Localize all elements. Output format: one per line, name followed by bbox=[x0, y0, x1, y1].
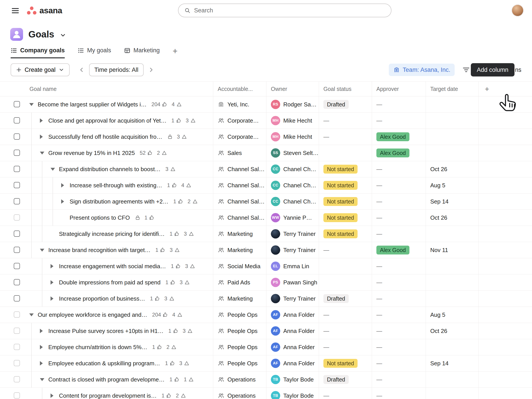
asana-logo[interactable]: asana bbox=[27, 6, 62, 15]
hamburger-menu-icon[interactable] bbox=[11, 6, 20, 15]
accountable-cell[interactable]: Operations bbox=[213, 372, 266, 387]
status-badge[interactable]: Drafted bbox=[323, 294, 349, 303]
subgoal-count[interactable]: 2 bbox=[157, 150, 167, 156]
approver-cell[interactable]: — bbox=[372, 291, 426, 307]
approver-cell[interactable]: — bbox=[372, 355, 426, 371]
owner-cell[interactable]: AFAnna Folder bbox=[266, 323, 319, 339]
date-cell[interactable]: Oct 26 bbox=[426, 210, 478, 226]
date-cell[interactable]: Aug 5 bbox=[426, 177, 478, 193]
accountable-cell[interactable]: Corporate… bbox=[213, 129, 266, 145]
row-checkbox[interactable] bbox=[14, 376, 20, 382]
status-cell[interactable]: — bbox=[319, 323, 372, 339]
status-cell[interactable]: — bbox=[319, 307, 372, 323]
approver-cell[interactable]: — bbox=[372, 339, 426, 355]
tab-my-goals[interactable]: My goals bbox=[78, 47, 111, 58]
table-row[interactable]: Successfully fend off hostile acquisitio… bbox=[0, 129, 532, 145]
caret-right-icon[interactable] bbox=[51, 264, 53, 268]
status-badge[interactable]: Not started bbox=[323, 197, 358, 206]
goal-name[interactable]: Close and get approval for acquisition o… bbox=[48, 117, 166, 124]
row-checkbox[interactable] bbox=[14, 247, 20, 253]
goal-name[interactable]: Increase proportion of business… bbox=[59, 295, 145, 302]
subgoal-count[interactable]: 3 bbox=[165, 166, 176, 172]
goal-name[interactable]: Sign distribution agreements with +2… bbox=[70, 198, 168, 205]
accountable-cell[interactable]: Social Media bbox=[213, 258, 266, 274]
status-badge[interactable]: Drafted bbox=[323, 100, 349, 109]
status-badge[interactable]: Drafted bbox=[323, 375, 349, 384]
status-cell[interactable]: Not started bbox=[319, 177, 372, 193]
search-bar[interactable] bbox=[178, 4, 392, 17]
status-cell[interactable]: — bbox=[319, 388, 372, 399]
caret-down-icon[interactable] bbox=[40, 249, 44, 252]
likes-count[interactable]: 52 bbox=[140, 150, 153, 156]
accountable-cell[interactable]: Marketing bbox=[213, 291, 266, 307]
likes-count[interactable]: 1 bbox=[162, 393, 172, 399]
goal-name[interactable]: Our employee workforce is engaged and… bbox=[38, 311, 147, 318]
caret-down-icon[interactable] bbox=[40, 378, 44, 381]
approver-cell[interactable]: Alex Good bbox=[372, 242, 426, 258]
row-checkbox[interactable] bbox=[14, 133, 20, 140]
subgoal-count[interactable]: 4 bbox=[172, 312, 183, 318]
row-checkbox[interactable] bbox=[14, 214, 20, 221]
date-cell[interactable] bbox=[426, 388, 478, 399]
status-cell[interactable]: Not started bbox=[319, 161, 372, 177]
likes-count[interactable]: 1 bbox=[170, 231, 180, 237]
row-checkbox[interactable] bbox=[14, 311, 20, 318]
table-row[interactable]: Content for program development is…12Ope… bbox=[0, 388, 532, 399]
date-cell[interactable] bbox=[426, 258, 478, 274]
approver-cell[interactable]: — bbox=[372, 161, 426, 177]
caret-down-icon[interactable] bbox=[40, 152, 44, 154]
next-period-button[interactable] bbox=[148, 67, 154, 73]
owner-cell[interactable]: MHMike Hecht bbox=[266, 129, 319, 145]
table-row[interactable]: Increase brand recognition with target…1… bbox=[0, 242, 532, 258]
status-cell[interactable]: — bbox=[319, 129, 372, 145]
table-row[interactable]: Increase Pulse survey scores +10pts in H… bbox=[0, 323, 532, 339]
status-cell[interactable]: Drafted bbox=[319, 372, 372, 387]
table-row[interactable]: Expand distribution channels to boost…3C… bbox=[0, 161, 532, 177]
goal-name[interactable]: Grow revenue by 15% in H1 2025 bbox=[48, 150, 135, 157]
table-row[interactable]: Our employee workforce is engaged and…20… bbox=[0, 307, 532, 323]
status-cell[interactable]: Not started bbox=[319, 355, 372, 371]
status-cell[interactable] bbox=[319, 145, 372, 161]
status-badge[interactable]: Not started bbox=[323, 359, 358, 368]
row-checkbox[interactable] bbox=[14, 117, 20, 123]
date-cell[interactable]: Aug 5 bbox=[426, 307, 478, 323]
likes-count[interactable]: 1 bbox=[155, 247, 165, 253]
date-cell[interactable]: Nov 11 bbox=[426, 242, 478, 258]
goal-name[interactable]: Double impressions from paid ad spend bbox=[59, 279, 160, 286]
owner-cell[interactable]: TBTaylor Bode bbox=[266, 372, 319, 387]
status-cell[interactable]: — bbox=[319, 339, 372, 355]
row-checkbox[interactable] bbox=[14, 198, 20, 204]
approver-cell[interactable]: — bbox=[372, 177, 426, 193]
row-checkbox[interactable] bbox=[14, 166, 20, 172]
date-cell[interactable]: Sep 14 bbox=[426, 355, 478, 371]
likes-count[interactable]: 1 bbox=[167, 182, 177, 188]
caret-right-icon[interactable] bbox=[40, 134, 43, 139]
approver-cell[interactable]: — bbox=[372, 307, 426, 323]
subgoal-count[interactable]: 2 bbox=[166, 344, 177, 350]
row-checkbox[interactable] bbox=[14, 360, 20, 366]
tab-marketing[interactable]: Marketing bbox=[124, 47, 160, 58]
add-tab-button[interactable]: + bbox=[173, 47, 177, 58]
date-cell[interactable] bbox=[426, 129, 478, 145]
approver-cell[interactable]: — bbox=[372, 194, 426, 209]
status-cell[interactable] bbox=[319, 274, 372, 290]
caret-right-icon[interactable] bbox=[40, 329, 43, 333]
date-cell[interactable] bbox=[426, 226, 478, 242]
subgoal-count[interactable]: 3 bbox=[184, 231, 194, 237]
table-row[interactable]: Become the largest supplier of Widgets i… bbox=[0, 96, 532, 113]
goal-name[interactable]: Increase engagement with social media… bbox=[59, 263, 166, 270]
row-checkbox[interactable] bbox=[14, 295, 20, 301]
date-cell[interactable] bbox=[426, 372, 478, 387]
table-row[interactable]: Strategically increase pricing for ident… bbox=[0, 226, 532, 242]
accountable-cell[interactable]: Yeti, Inc. bbox=[213, 96, 266, 112]
subgoal-count[interactable]: 4 bbox=[171, 101, 182, 108]
caret-right-icon[interactable] bbox=[61, 199, 64, 204]
column-header-target-date[interactable]: Target date bbox=[426, 82, 478, 96]
likes-count[interactable]: 1 bbox=[171, 117, 182, 124]
owner-cell[interactable]: Terry Trainer bbox=[266, 226, 319, 242]
likes-count[interactable]: 1 bbox=[170, 376, 180, 383]
goal-name[interactable]: Present options to CFO bbox=[70, 214, 130, 221]
status-cell[interactable]: — bbox=[319, 113, 372, 129]
goal-name[interactable]: Employee education & upskilling program… bbox=[48, 360, 160, 367]
likes-count[interactable]: 1 bbox=[152, 344, 163, 350]
